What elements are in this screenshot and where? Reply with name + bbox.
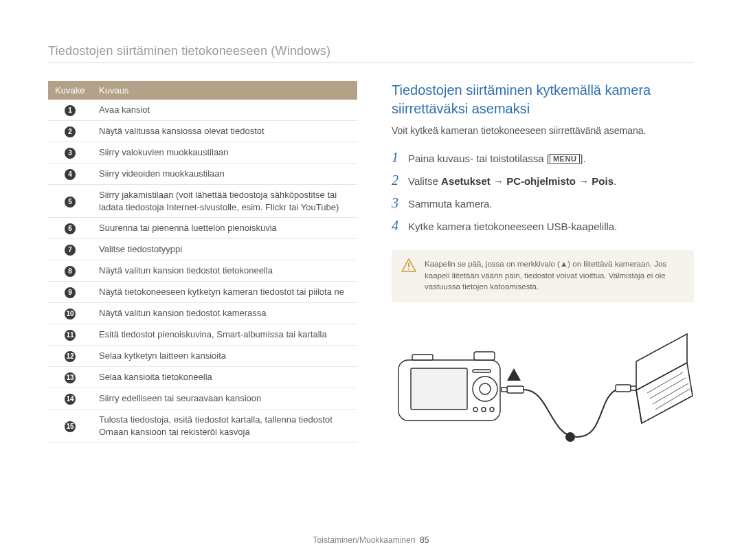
th-icon: Kuvake [48,81,92,100]
row-number-icon: 5 [65,197,76,208]
row-desc: Avaa kansiot [92,100,357,121]
row-number-icon: 2 [65,126,76,137]
table-row: 12Selaa kytketyn laitteen kansioita [48,346,357,367]
table-row: 11Esitä tiedostot pienoiskuvina, Smart-a… [48,324,357,346]
section-intro: Voit kytkeä kameran tietokoneeseen siirr… [392,125,694,136]
row-desc: Näytä tietokoneeseen kytketyn kameran ti… [92,282,357,303]
step-number: 2 [392,172,401,188]
step-text: Sammuta kamera. [408,198,493,210]
svg-point-11 [490,407,494,412]
row-number-icon: 6 [65,223,76,234]
step-item: 1 Paina kuvaus- tai toistotilassa [MENU]… [392,150,694,166]
row-desc: Siirry videoiden muokkaustilaan [92,164,357,185]
table-row: 1Avaa kansiot [48,100,357,121]
row-number-icon: 9 [65,287,76,298]
svg-rect-15 [616,385,631,392]
arrow-down-icon [507,368,521,381]
step-number: 1 [392,150,401,166]
step-item: 4 Kytke kamera tietokoneeseen USB-kaapel… [392,218,694,234]
row-desc: Selaa kansioita tietokoneella [92,367,357,388]
svg-rect-7 [412,355,433,360]
step-text-part: ]. [580,153,585,164]
step-number: 3 [392,195,401,211]
row-number-icon: 1 [65,105,76,116]
svg-rect-0 [408,262,409,267]
table-row: 5Siirry jakamistilaan (voit lähettää tie… [48,185,357,218]
step-bold: Pois [592,175,614,187]
svg-rect-3 [411,368,467,410]
table-row: 15Tulosta tiedostoja, esitä tiedostot ka… [48,410,357,443]
step-text: Paina kuvaus- tai toistotilassa [MENU]. [408,153,586,164]
row-number-icon: 14 [65,394,76,405]
row-desc: Siirry jakamistilaan (voit lähettää tied… [92,185,357,218]
step-text: Valitse Asetukset → PC-ohjelmisto → Pois… [408,175,616,187]
table-row: 3Siirry valokuvien muokkaustilaan [48,142,357,164]
row-number-icon: 10 [65,309,76,320]
warning-text: Kaapelin se pää, jossa on merkkivalo (▲)… [425,258,683,293]
step-text-part: Valitse [408,175,441,187]
step-list: 1 Paina kuvaus- tai toistotilassa [MENU]… [392,150,694,234]
row-desc: Siirry valokuvien muokkaustilaan [92,142,357,164]
step-text: Kytke kamera tietokoneeseen USB-kaapelil… [408,221,617,232]
th-desc: Kuvaus [92,81,357,100]
row-number-icon: 11 [65,330,76,341]
table-row: 7Valitse tiedostotyyppi [48,239,357,260]
step-bold: PC-ohjelmisto [506,175,576,187]
svg-rect-1 [408,269,409,270]
table-row: 8Näytä valitun kansion tiedostot tietoko… [48,260,357,282]
row-number-icon: 3 [65,148,76,159]
row-desc: Valitse tiedostotyyppi [92,239,357,260]
table-row: 13Selaa kansioita tietokoneella [48,367,357,388]
step-item: 3 Sammuta kamera. [392,195,694,211]
row-number-icon: 8 [65,266,76,277]
row-number-icon: 12 [65,351,76,362]
table-row: 9Näytä tietokoneeseen kytketyn kameran t… [48,282,357,303]
step-item: 2 Valitse Asetukset → PC-ohjelmisto → Po… [392,172,694,188]
svg-rect-12 [507,386,524,393]
table-row: 4Siirry videoiden muokkaustilaan [48,164,357,185]
footer-page-number: 85 [420,535,429,545]
connection-illustration [392,327,694,458]
row-desc: Esitä tiedostot pienoiskuvina, Smart-alb… [92,324,357,346]
svg-rect-16 [631,386,636,390]
svg-point-10 [482,407,486,412]
left-column: Kuvake Kuvaus 1Avaa kansiot 2Näytä valit… [48,81,357,458]
row-desc: Näytä valitussa kansiossa olevat tiedost… [92,121,357,142]
row-number-icon: 7 [65,245,76,256]
row-desc: Näytä valitun kansion tiedostot kamerass… [92,303,357,324]
row-desc: Suurenna tai pienennä luettelon pienoisk… [92,218,357,239]
page-title: Tiedostojen siirtäminen tietokoneeseen (… [48,44,694,63]
step-bold: Asetukset [441,175,491,187]
page-footer: Toistaminen/Muokkaaminen 85 [0,535,742,545]
icon-description-table: Kuvake Kuvaus 1Avaa kansiot 2Näytä valit… [48,81,357,443]
table-row: 2Näytä valitussa kansiossa olevat tiedos… [48,121,357,142]
row-number-icon: 4 [65,169,76,180]
row-desc: Näytä valitun kansion tiedostot tietokon… [92,260,357,282]
warning-box: Kaapelin se pää, jossa on merkkivalo (▲)… [392,250,694,302]
row-number-icon: 13 [65,372,76,383]
row-desc: Selaa kytketyn laitteen kansioita [92,346,357,367]
table-row: 10Näytä valitun kansion tiedostot kamera… [48,303,357,324]
warning-icon [401,258,416,272]
svg-rect-6 [473,370,491,372]
row-desc: Tulosta tiedostoja, esitä tiedostot kart… [92,410,357,443]
menu-label-box: MENU [550,154,580,164]
right-column: Tiedostojen siirtäminen kytkemällä kamer… [392,81,694,458]
svg-rect-8 [474,352,495,360]
step-text-part: Paina kuvaus- tai toistotilassa [ [408,153,550,164]
table-row: 14Siirry edelliseen tai seuraavaan kansi… [48,388,357,410]
row-desc: Siirry edelliseen tai seuraavaan kansioo… [92,388,357,410]
footer-section: Toistaminen/Muokkaaminen [313,535,416,545]
svg-point-5 [480,383,491,394]
section-heading: Tiedostojen siirtäminen kytkemällä kamer… [392,81,694,118]
step-number: 4 [392,218,401,234]
table-row: 6Suurenna tai pienennä luettelon pienois… [48,218,357,239]
svg-point-9 [473,407,477,412]
svg-rect-13 [502,388,507,392]
row-number-icon: 15 [65,421,76,432]
svg-point-14 [565,432,575,442]
